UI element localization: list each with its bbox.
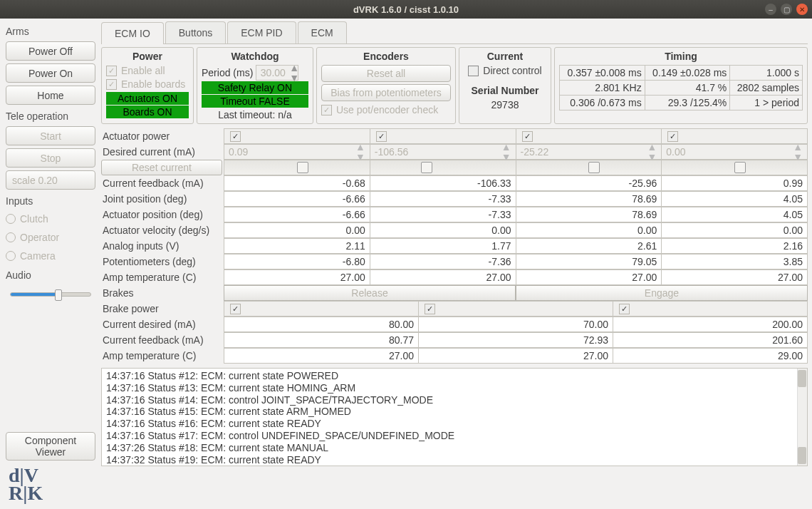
checkbox-cell[interactable] xyxy=(370,128,516,144)
value-cell: 79.05 xyxy=(516,254,662,269)
checkbox-cell[interactable] xyxy=(516,128,662,144)
home-button[interactable]: Home xyxy=(6,86,95,105)
log-line: 14:37:16 Status #15: ECM: current state … xyxy=(106,406,803,418)
value-cell: 0.00 xyxy=(516,222,662,238)
reset-current-button[interactable]: Reset current xyxy=(101,160,222,175)
tab-buttons[interactable]: Buttons xyxy=(165,21,226,43)
checkbox-cell[interactable] xyxy=(419,301,613,317)
chevron-up-icon[interactable]: ▲ xyxy=(793,142,803,152)
value-cell[interactable]: -106.56▲▼ xyxy=(370,144,516,160)
chevron-up-icon[interactable]: ▲ xyxy=(355,142,365,152)
slider-cell[interactable] xyxy=(224,160,370,175)
value-cell: 0.00 xyxy=(662,222,808,238)
teleop-label: Tele operation xyxy=(6,110,95,122)
checkbox-cell[interactable] xyxy=(224,128,370,144)
maximize-icon[interactable]: ▢ xyxy=(781,4,792,15)
checkbox-icon xyxy=(619,304,630,314)
value-cell: 78.69 xyxy=(516,207,662,222)
row-label: Current feedback (mA) xyxy=(101,334,224,346)
slider-thumb[interactable] xyxy=(588,162,600,173)
power-panel: Power Enable all Enable boards Actuators… xyxy=(101,47,194,124)
operator-radio[interactable]: Operator xyxy=(6,232,95,243)
value-cell[interactable]: -25.22▲▼ xyxy=(516,144,662,160)
use-pot-checkbox[interactable]: Use pot/encoder check xyxy=(321,104,451,115)
value-cell: 4.05 xyxy=(662,191,808,207)
value-cell: 27.00 xyxy=(419,348,613,364)
bias-button[interactable]: Bias from potentiometers xyxy=(321,84,451,101)
period-label: Period (ms) xyxy=(202,67,253,78)
inputs-label: Inputs xyxy=(6,195,95,207)
slider-cell[interactable] xyxy=(662,160,808,175)
slider-cell[interactable] xyxy=(516,160,662,175)
chevron-up-icon[interactable]: ▲ xyxy=(647,142,657,152)
tab-ecm-io[interactable]: ECM IO xyxy=(101,22,164,44)
camera-radio[interactable]: Camera xyxy=(6,250,95,262)
direct-control-checkbox[interactable]: Direct control xyxy=(464,65,546,76)
checkbox-cell[interactable] xyxy=(613,301,808,317)
titlebar: dVRK 1.6.0 / cisst 1.0.10 – ▢ ✕ xyxy=(0,0,812,19)
start-button[interactable]: Start xyxy=(6,126,95,145)
timing-panel: Timing 0.357 ±0.008 ms0.149 ±0.028 ms1.0… xyxy=(554,47,808,124)
scroll-up-icon[interactable] xyxy=(798,370,806,387)
power-on-button[interactable]: Power On xyxy=(6,63,95,83)
sidebar: Arms Power Off Power On Home Tele operat… xyxy=(0,19,101,509)
encoders-title: Encoders xyxy=(321,51,451,62)
scrollbar[interactable] xyxy=(797,369,807,466)
row-label: Actuator position (deg) xyxy=(101,209,224,220)
clutch-radio[interactable]: Clutch xyxy=(6,213,95,225)
row-label: Potentiometers (deg) xyxy=(101,256,224,267)
row-label: Joint position (deg) xyxy=(101,193,224,205)
checkbox-icon xyxy=(522,131,533,142)
value-cell: -6.66 xyxy=(224,191,370,207)
power-off-button[interactable]: Power Off xyxy=(6,41,95,61)
row-label: Analog inputs (V) xyxy=(101,240,224,252)
timing-title: Timing xyxy=(559,51,803,62)
checkbox-cell[interactable] xyxy=(224,301,419,317)
chevron-up-icon[interactable]: ▲ xyxy=(289,63,298,73)
checkbox-cell[interactable] xyxy=(662,128,808,144)
component-viewer-button[interactable]: Component Viewer xyxy=(6,432,95,461)
timing-table: 0.357 ±0.008 ms0.149 ±0.028 ms1.000 s 2.… xyxy=(559,65,803,110)
value-cell[interactable]: 0.09▲▼ xyxy=(224,144,370,160)
slider-thumb[interactable] xyxy=(421,162,432,173)
enable-boards-checkbox[interactable]: Enable boards xyxy=(106,78,189,90)
tab-ecm-pid[interactable]: ECM PID xyxy=(227,21,296,43)
slider-cell[interactable] xyxy=(370,160,516,175)
chevron-down-icon[interactable]: ▼ xyxy=(289,73,298,83)
value-cell: 3.85 xyxy=(662,254,808,269)
engage-button[interactable]: Engage xyxy=(516,285,808,301)
period-spinbox[interactable]: 30.00▲▼ xyxy=(256,65,298,81)
value-cell: 0.99 xyxy=(662,175,808,191)
checkbox-icon xyxy=(667,131,678,142)
checkbox-icon xyxy=(468,66,479,76)
row-label: Current desired (mA) xyxy=(101,319,224,330)
value-cell: -7.36 xyxy=(370,254,516,269)
value-cell: 29.00 xyxy=(613,348,808,364)
value-cell: -7.33 xyxy=(370,191,516,207)
boards-status: Boards ON xyxy=(106,106,189,118)
slider-thumb[interactable] xyxy=(734,162,746,173)
close-icon[interactable]: ✕ xyxy=(796,4,808,15)
log-line: 14:37:16 Status #17: ECM: control UNDEFI… xyxy=(106,430,803,442)
log-area[interactable]: 14:37:16 Status #12: ECM: current state … xyxy=(101,368,808,466)
reset-all-button[interactable]: Reset all xyxy=(321,65,451,82)
release-button[interactable]: Release xyxy=(224,285,516,301)
current-title: Current xyxy=(464,51,546,62)
value-cell: 27.00 xyxy=(224,348,419,364)
encoders-panel: Encoders Reset all Bias from potentiomet… xyxy=(316,47,456,124)
scale-input[interactable]: scale 0.20 xyxy=(6,170,95,190)
scroll-down-icon[interactable] xyxy=(798,447,806,464)
value-cell: 27.00 xyxy=(224,269,370,285)
slider-thumb[interactable] xyxy=(297,162,308,173)
value-cell: 80.77 xyxy=(224,332,419,348)
tab-ecm[interactable]: ECM xyxy=(298,21,347,43)
stop-button[interactable]: Stop xyxy=(6,148,95,168)
minimize-icon[interactable]: – xyxy=(765,4,776,15)
value-cell[interactable]: 0.00▲▼ xyxy=(662,144,808,160)
value-cell: 2.61 xyxy=(516,238,662,254)
enable-all-checkbox[interactable]: Enable all xyxy=(106,65,189,76)
chevron-up-icon[interactable]: ▲ xyxy=(501,142,511,152)
value-cell: 27.00 xyxy=(370,269,516,285)
audio-slider[interactable] xyxy=(10,292,91,297)
audio-label: Audio xyxy=(6,269,95,281)
